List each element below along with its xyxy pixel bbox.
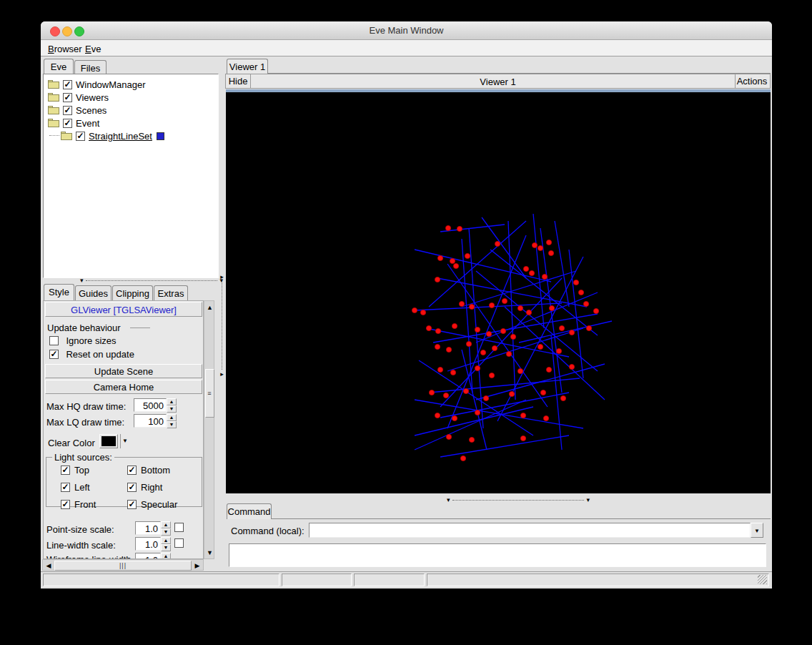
- ignore-sizes-checkbox[interactable]: Ignore sizes: [49, 334, 117, 347]
- tab-style[interactable]: Style: [44, 284, 74, 300]
- line-width-spinner[interactable]: ▲ ▼: [161, 537, 171, 551]
- editor-vscrollbar[interactable]: ▲ ≡ ▼: [204, 300, 214, 559]
- command-input[interactable]: [309, 523, 751, 538]
- tree-item-label[interactable]: Scenes: [76, 105, 107, 116]
- checkbox-checked-icon: ✓: [49, 350, 59, 359]
- checkbox-checked-icon[interactable]: ✓: [61, 466, 70, 475]
- point-size-label: Point-size scale:: [46, 524, 114, 535]
- spin-up-icon[interactable]: ▲: [161, 553, 171, 559]
- checkbox-checked-icon[interactable]: ✓: [127, 483, 137, 492]
- tab-command[interactable]: Command: [227, 503, 272, 519]
- light-sources-group: Light sources: ✓Top✓Bottom✓Left✓Right✓Fr…: [46, 457, 202, 507]
- tree-item-label[interactable]: Event: [76, 118, 99, 129]
- tab-extras[interactable]: Extras: [154, 285, 188, 300]
- menu-bar: Browser Eve: [41, 40, 772, 56]
- thumb-grip-icon: |||: [119, 562, 127, 569]
- light-right-checkbox[interactable]: ✓Right: [127, 481, 197, 493]
- tree-item-viewers[interactable]: ✓Viewers: [46, 91, 217, 104]
- tab-clipping[interactable]: Clipping: [112, 285, 153, 300]
- light-left-checkbox[interactable]: ✓Left: [61, 481, 127, 493]
- clear-color-swatch[interactable]: [99, 434, 118, 448]
- max-hq-spinner[interactable]: ▲ ▼: [167, 398, 177, 412]
- spin-up-icon[interactable]: ▲: [161, 521, 171, 528]
- checkbox-checked-icon[interactable]: ✓: [63, 93, 72, 102]
- spin-down-icon[interactable]: ▼: [167, 405, 177, 413]
- camera-home-button[interactable]: Camera Home: [45, 380, 202, 394]
- light-front-checkbox[interactable]: ✓Front: [61, 498, 127, 511]
- point-size-checkbox[interactable]: [174, 523, 184, 532]
- tree-item-label[interactable]: Viewers: [76, 92, 109, 103]
- spin-down-icon[interactable]: ▼: [167, 421, 177, 428]
- tree-editor-splitter[interactable]: ▾ ▾: [80, 277, 223, 284]
- scroll-down-icon[interactable]: ▼: [204, 548, 215, 557]
- tab-guides[interactable]: Guides: [75, 285, 112, 300]
- gl-viewport[interactable]: [226, 92, 771, 493]
- reset-on-update-checkbox[interactable]: ✓ Reset on update: [49, 348, 134, 360]
- wireframe-spinner[interactable]: ▲: [161, 553, 171, 559]
- point-size-entry[interactable]: [135, 521, 161, 535]
- viewer-command-splitter[interactable]: ▾ ▾: [447, 496, 590, 503]
- checkbox-checked-icon[interactable]: ✓: [63, 119, 72, 128]
- checkbox-checked-icon[interactable]: ✓: [63, 106, 72, 115]
- scroll-up-icon[interactable]: ▲: [204, 302, 215, 312]
- spin-down-icon[interactable]: ▼: [161, 544, 171, 551]
- spin-up-icon[interactable]: ▲: [167, 414, 177, 421]
- checkbox-checked-icon[interactable]: ✓: [61, 483, 70, 492]
- vscroll-thumb[interactable]: ≡: [205, 369, 214, 418]
- checkbox-checked-icon[interactable]: ✓: [61, 500, 70, 509]
- editor-hscrollbar[interactable]: ◀ ||| ▶: [42, 559, 204, 571]
- checkbox-checked-icon[interactable]: ✓: [76, 132, 85, 141]
- max-hq-entry[interactable]: [134, 398, 167, 412]
- tree-item-windowmanager[interactable]: ✓WindowManager: [46, 78, 217, 91]
- desktop: Eve Main Window Browser Eve Eve Files ✓W…: [0, 0, 812, 645]
- thumb-grip-icon: ≡: [207, 390, 212, 397]
- tree-item-straightlineset[interactable]: ✓StraightLineSet: [46, 129, 217, 142]
- scroll-right-icon[interactable]: ▶: [193, 560, 202, 571]
- clear-color-label: Clear Color: [48, 438, 95, 448]
- light-label: Left: [74, 482, 90, 493]
- checkbox-icon: [49, 336, 59, 345]
- line-width-entry[interactable]: [135, 537, 161, 551]
- tree-item-label[interactable]: WindowManager: [76, 79, 146, 90]
- tab-eve[interactable]: Eve: [44, 59, 74, 74]
- glviewer-name: GLViewer [TGLSAViewer]: [71, 305, 177, 315]
- light-bottom-checkbox[interactable]: ✓Bottom: [127, 463, 197, 476]
- checkbox-checked-icon[interactable]: ✓: [63, 80, 72, 89]
- hscroll-thumb[interactable]: |||: [54, 561, 192, 571]
- light-specular-checkbox[interactable]: ✓Specular: [127, 498, 197, 511]
- tab-viewer1[interactable]: Viewer 1: [227, 59, 268, 74]
- tree-item-label-selected[interactable]: StraightLineSet: [89, 131, 152, 142]
- actions-button[interactable]: Actions: [735, 74, 768, 88]
- tree-item-scenes[interactable]: ✓Scenes: [46, 104, 217, 117]
- splitter-collapse-icon: ▾: [80, 277, 84, 284]
- line-width-checkbox[interactable]: [174, 538, 184, 548]
- title-bar[interactable]: Eve Main Window: [41, 21, 772, 40]
- menu-browser[interactable]: Browser: [45, 42, 85, 56]
- resize-grip-icon[interactable]: [758, 575, 767, 584]
- scroll-left-icon[interactable]: ◀: [44, 560, 53, 571]
- spin-down-icon[interactable]: ▼: [161, 528, 171, 536]
- command-local-label: Command (local):: [231, 526, 304, 536]
- glviewer-name-frame: GLViewer [TGLSAViewer]: [45, 302, 202, 317]
- checkbox-checked-icon[interactable]: ✓: [127, 500, 137, 509]
- panel-splitter[interactable]: ▸ ▸: [219, 274, 225, 378]
- command-dropdown-icon[interactable]: ▼: [751, 523, 763, 538]
- clear-color-separator: [120, 434, 121, 448]
- wireframe-entry[interactable]: [135, 553, 161, 559]
- point-size-spinner[interactable]: ▲ ▼: [161, 521, 171, 535]
- max-lq-entry[interactable]: [134, 414, 167, 428]
- light-top-checkbox[interactable]: ✓Top: [61, 463, 127, 476]
- menu-eve[interactable]: Eve: [82, 42, 104, 56]
- checkbox-checked-icon[interactable]: ✓: [127, 466, 137, 475]
- tree-item-event[interactable]: ✓Event: [46, 117, 217, 129]
- spin-up-icon[interactable]: ▲: [167, 398, 177, 405]
- marker-color-swatch[interactable]: [157, 132, 164, 140]
- clear-color-dropdown-icon[interactable]: ▼: [122, 438, 128, 444]
- tab-files[interactable]: Files: [74, 60, 107, 74]
- eve-main-window: Eve Main Window Browser Eve Eve Files ✓W…: [41, 21, 772, 589]
- spin-up-icon[interactable]: ▲: [161, 537, 171, 544]
- folder-icon: [48, 80, 60, 89]
- update-scene-button[interactable]: Update Scene: [45, 364, 202, 378]
- max-lq-spinner[interactable]: ▲ ▼: [167, 414, 177, 428]
- window-title: Eve Main Window: [41, 25, 772, 36]
